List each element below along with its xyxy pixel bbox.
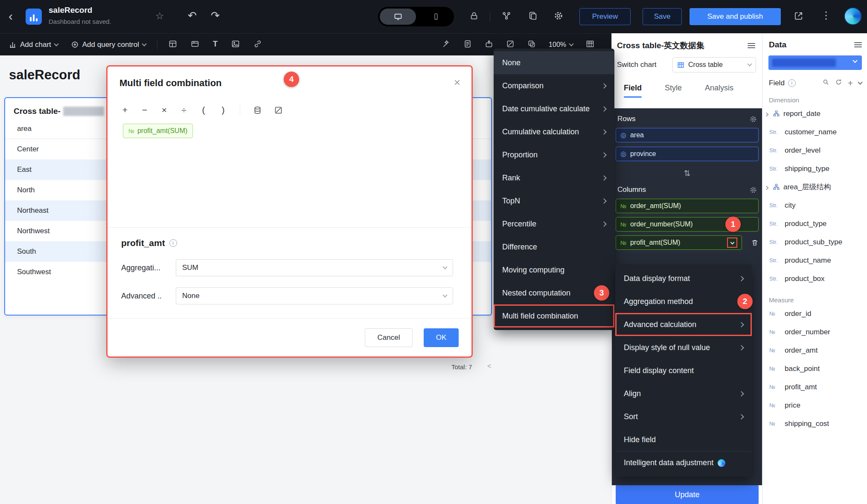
collapse-fields-icon[interactable]	[858, 80, 862, 84]
menu-item-sort[interactable]: Sort	[615, 405, 752, 428]
measure-item-shipping-cost[interactable]: №shipping_cost	[762, 414, 867, 433]
dimension-item-product-name[interactable]: Str.product_name	[762, 251, 867, 269]
menu-item-comparison[interactable]: Comparison	[494, 74, 614, 97]
menu-item-moving-computing[interactable]: Moving computing	[494, 258, 614, 281]
redo-icon[interactable]: ↷	[211, 9, 220, 22]
open-paren-button[interactable]: (	[200, 105, 207, 115]
favorite-star-icon[interactable]: ☆	[155, 10, 164, 22]
back-button[interactable]: ‹	[9, 9, 13, 24]
components-icon[interactable]	[502, 11, 511, 22]
minus-operator-button[interactable]: −	[141, 105, 148, 115]
menu-item-aggregation-method[interactable]: Aggregation method 2	[615, 290, 752, 313]
dimension-item-report-date[interactable]: report_date	[762, 104, 867, 123]
divide-operator-button[interactable]: ÷	[180, 105, 188, 115]
menu-item-multi-field-combination[interactable]: Multi field combination	[494, 304, 614, 327]
image-widget-icon[interactable]	[231, 40, 240, 50]
measure-item-back-point[interactable]: №back_point	[762, 359, 867, 378]
formula-field-tag[interactable]: № profit_amt(SUM)	[123, 124, 193, 138]
measure-item-order-id[interactable]: №order_id	[762, 304, 867, 323]
preview-button[interactable]: Preview	[579, 8, 631, 25]
export-box-icon[interactable]	[485, 40, 493, 50]
collapse-panel-icon[interactable]	[854, 41, 862, 49]
dimension-item-shipping-type[interactable]: Str.shipping_type	[762, 159, 867, 178]
share-export-icon[interactable]	[794, 11, 803, 23]
save-button[interactable]: Save	[643, 8, 682, 25]
menu-item-align[interactable]: Align	[615, 382, 752, 405]
collapse-panel-icon[interactable]	[748, 42, 755, 49]
update-button[interactable]: Update	[616, 485, 759, 504]
layout-widget-icon[interactable]	[169, 40, 177, 50]
menu-item-proportion[interactable]: Proportion	[494, 143, 614, 166]
column-field-tag-order-amt[interactable]: № order_amt(SUM)	[616, 199, 759, 213]
copy-page-icon[interactable]	[528, 11, 538, 22]
user-avatar[interactable]	[844, 7, 862, 25]
formula-editor-area[interactable]: № profit_amt(SUM)	[108, 122, 471, 228]
menu-item-intelligent-data-adjustment[interactable]: Intelligent data adjustment	[615, 451, 752, 474]
menu-item-hide-field[interactable]: Hide field	[615, 428, 752, 451]
dimension-item-product-box[interactable]: Str.product_box	[762, 269, 867, 288]
menu-item-advanced-calculation[interactable]: Advanced calculation	[615, 313, 752, 336]
delete-field-trash-icon[interactable]	[751, 239, 759, 246]
dimension-item-customer-name[interactable]: Str.customer_name	[762, 123, 867, 141]
menu-item-field-display-content[interactable]: Field display content	[615, 359, 752, 382]
columns-settings-gear-icon[interactable]	[750, 186, 757, 194]
fullscreen-icon[interactable]	[527, 40, 536, 50]
menu-item-percentile[interactable]: Percentile	[494, 212, 614, 235]
close-paren-button[interactable]: )	[219, 105, 227, 115]
dimension-item-product-type[interactable]: Str.product_type	[762, 214, 867, 233]
settings-gear-icon[interactable]	[554, 11, 563, 22]
menu-item-none[interactable]: None	[494, 51, 614, 74]
dataset-select[interactable]	[768, 55, 862, 70]
refresh-icon[interactable]	[835, 78, 842, 88]
menu-item-difference[interactable]: Difference	[494, 235, 614, 258]
pager-prev-icon[interactable]: <	[487, 362, 491, 370]
save-and-publish-button[interactable]: Save and publish	[690, 8, 781, 25]
advanced-select[interactable]: None	[176, 287, 453, 304]
field-dropdown-caret[interactable]	[727, 238, 737, 248]
plus-operator-button[interactable]: +	[121, 105, 129, 115]
expander-icon[interactable]	[765, 183, 769, 191]
clear-formula-icon[interactable]	[274, 106, 283, 115]
menu-item-display-style-of-null-value[interactable]: Display style of null value	[615, 336, 752, 359]
more-menu-icon[interactable]: ⋮	[821, 9, 831, 21]
outline-doc-icon[interactable]	[463, 40, 472, 50]
menu-item-date-cumulative-calculate[interactable]: Date cumulative calculate	[494, 97, 614, 120]
chart-type-select[interactable]: Cross table	[672, 57, 756, 72]
close-icon[interactable]: ×	[454, 77, 460, 88]
dimension-item-product-sub-type[interactable]: Str.product_sub_type	[762, 233, 867, 251]
row-field-tag-area[interactable]: ◎ area	[616, 128, 759, 142]
dimension-item-order-level[interactable]: Str.order_level	[762, 141, 867, 159]
lock-icon[interactable]	[469, 11, 479, 22]
measure-item-order-amt[interactable]: №order_amt	[762, 341, 867, 359]
tab-field[interactable]: Field	[624, 84, 642, 98]
dimension-item-city[interactable]: Str.city	[762, 196, 867, 214]
menu-item-nested-computation[interactable]: Nested computation 3	[494, 281, 614, 304]
rows-settings-gear-icon[interactable]	[750, 116, 757, 123]
menu-item-rank[interactable]: Rank	[494, 166, 614, 189]
mobile-view-toggle[interactable]	[418, 9, 454, 25]
text-widget-icon[interactable]: T	[213, 40, 218, 50]
measure-item-profit-amt[interactable]: №profit_amt	[762, 378, 867, 396]
tab-style[interactable]: Style	[665, 84, 682, 98]
search-icon[interactable]	[822, 78, 829, 88]
grid-table-icon[interactable]	[586, 40, 594, 50]
add-query-control-button[interactable]: Add query control	[71, 41, 146, 49]
measure-item-price[interactable]: №price	[762, 396, 867, 414]
menu-item-cumulative-calculation[interactable]: Cumulative calculation	[494, 120, 614, 143]
zoom-select[interactable]: 100%	[549, 41, 573, 49]
menu-item-topn[interactable]: TopN	[494, 189, 614, 212]
cancel-button[interactable]: Cancel	[365, 328, 413, 347]
column-field-tag-profit-amt[interactable]: № profit_amt(SUM)	[616, 235, 742, 250]
add-field-icon[interactable]: +	[848, 80, 853, 87]
expander-icon[interactable]	[765, 110, 769, 118]
add-chart-button[interactable]: Add chart	[9, 41, 58, 49]
multiply-operator-button[interactable]: ×	[160, 105, 168, 115]
measure-item-order-number[interactable]: №order_number	[762, 323, 867, 341]
menu-item-data-display-format[interactable]: Data display format	[615, 267, 752, 290]
field-database-icon[interactable]	[253, 106, 262, 115]
tab-widget-icon[interactable]	[191, 40, 199, 50]
dimension-item-area-hierarchy[interactable]: area_层级结构	[762, 178, 867, 196]
row-field-tag-province[interactable]: ◎ province	[616, 147, 759, 161]
undo-icon[interactable]: ↶	[188, 9, 197, 22]
tab-analysis[interactable]: Analysis	[705, 84, 733, 98]
